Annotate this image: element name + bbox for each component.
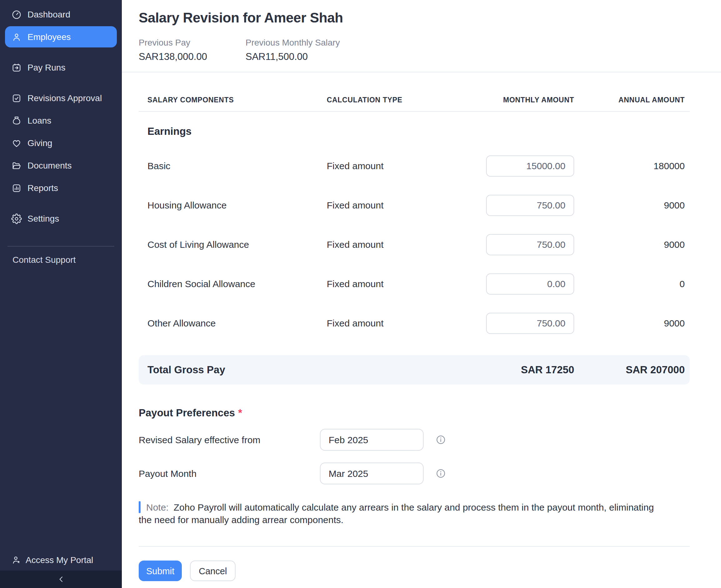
previous-pay: Previous Pay SAR138,000.00 [139, 36, 245, 64]
component-name: Other Allowance [147, 318, 327, 328]
sidebar-item-revisions-approval[interactable]: Revisions Approval [5, 87, 117, 109]
previous-salary-summary: Previous Pay SAR138,000.00 Previous Mont… [139, 36, 721, 64]
info-icon[interactable] [436, 468, 446, 479]
calculation-type: Fixed amount [327, 278, 486, 289]
sidebar-item-label: Giving [27, 138, 52, 148]
monthly-amount-input[interactable] [486, 155, 574, 176]
sidebar-divider [7, 246, 114, 247]
monthly-amount-input[interactable] [486, 234, 574, 255]
sidebar-collapse-bar[interactable] [0, 570, 122, 588]
info-icon[interactable] [436, 435, 446, 445]
sidebar-item-label: Dashboard [27, 9, 70, 19]
page-header: Salary Revision for Ameer Shah Previous … [122, 0, 721, 64]
sidebar-nav: Dashboard Employees Pay Runs Revisions A… [0, 0, 122, 229]
previous-pay-value: SAR138,000.00 [139, 50, 245, 64]
dashboard-icon [11, 9, 22, 20]
monthly-amount-input[interactable] [486, 273, 574, 294]
monthly-amount-input[interactable] [486, 312, 574, 334]
sidebar-item-label: Employees [27, 32, 71, 42]
chevron-left-icon [57, 575, 65, 584]
access-portal-icon [11, 554, 22, 565]
submit-button[interactable]: Submit [139, 561, 182, 581]
page-title: Salary Revision for Ameer Shah [139, 10, 721, 26]
sidebar-item-giving[interactable]: Giving [5, 132, 117, 153]
salary-revision-form: SALARY COMPONENTS CALCULATION TYPE MONTH… [139, 96, 690, 581]
calculation-type: Fixed amount [327, 161, 486, 171]
reports-icon [11, 183, 22, 193]
sidebar-item-documents[interactable]: Documents [5, 155, 117, 176]
annual-amount: 180000 [574, 161, 685, 171]
previous-pay-label: Previous Pay [139, 36, 245, 49]
giving-icon [11, 138, 22, 148]
annual-amount: 9000 [574, 200, 685, 210]
table-header-divider [139, 111, 690, 112]
payout-month-label: Payout Month [139, 468, 320, 479]
table-row: Children Social Allowance Fixed amount 0 [139, 264, 690, 303]
earnings-rows: Basic Fixed amount 180000 Housing Allowa… [139, 146, 690, 343]
employees-icon [11, 31, 22, 42]
sidebar-item-label: Settings [27, 213, 59, 224]
table-row: Basic Fixed amount 180000 [139, 146, 690, 185]
previous-monthly-label: Previous Monthly Salary [245, 36, 353, 49]
form-actions: Submit Cancel [139, 561, 690, 581]
sidebar-item-dashboard[interactable]: Dashboard [5, 4, 117, 25]
monthly-amount-input[interactable] [486, 194, 574, 216]
sidebar-item-label: Loans [27, 115, 51, 125]
previous-monthly-value: SAR11,500.00 [245, 50, 353, 64]
total-gross-pay-band: Total Gross Pay SAR 17250 SAR 207000 [139, 355, 690, 384]
calculation-type: Fixed amount [327, 239, 486, 250]
loans-icon [11, 115, 22, 126]
table-row: Other Allowance Fixed amount 9000 [139, 303, 690, 343]
cancel-button[interactable]: Cancel [190, 561, 236, 581]
sidebar-item-label: Pay Runs [27, 62, 65, 72]
component-name: Cost of Living Allowance [147, 239, 327, 250]
col-salary-components: SALARY COMPONENTS [147, 96, 327, 104]
note-label: Note: [146, 502, 169, 512]
note-accent-bar [139, 501, 141, 513]
table-row: Cost of Living Allowance Fixed amount 90… [139, 225, 690, 264]
access-portal-label: Access My Portal [26, 555, 93, 565]
table-row: Housing Allowance Fixed amount 9000 [139, 185, 690, 225]
main-panel: Salary Revision for Ameer Shah Previous … [122, 0, 721, 588]
annual-amount: 0 [574, 278, 685, 289]
sidebar-item-label: Documents [27, 161, 72, 170]
table-header: SALARY COMPONENTS CALCULATION TYPE MONTH… [139, 96, 690, 104]
settings-icon [11, 213, 22, 224]
component-name: Children Social Allowance [147, 278, 327, 289]
revisions-approval-icon [11, 93, 22, 103]
sidebar-item-pay-runs[interactable]: Pay Runs [5, 57, 117, 78]
arrears-note: Note:Zoho Payroll will automatically cal… [139, 501, 657, 526]
sidebar-item-employees[interactable]: Employees [5, 26, 117, 47]
note-text: Zoho Payroll will automatically calculat… [139, 502, 654, 525]
payout-month-select[interactable]: Mar 2025 [320, 463, 424, 484]
access-my-portal-link[interactable]: Access My Portal [0, 549, 122, 570]
sidebar-item-label: Reports [27, 183, 58, 193]
sidebar-item-reports[interactable]: Reports [5, 177, 117, 198]
payout-preferences-heading: Payout Preferences* [139, 407, 690, 419]
sidebar: Dashboard Employees Pay Runs Revisions A… [0, 0, 122, 588]
revised-salary-effective-from-row: Revised Salary effective from Feb 2025 [139, 429, 690, 451]
payout-preferences-title-text: Payout Preferences [139, 407, 235, 418]
sidebar-item-loans[interactable]: Loans [5, 110, 117, 131]
col-monthly-amount: MONTHLY AMOUNT [486, 96, 574, 104]
pay-runs-icon [11, 62, 22, 73]
payout-month-row: Payout Month Mar 2025 [139, 463, 690, 484]
component-name: Basic [147, 161, 327, 171]
footer-divider [139, 546, 690, 547]
documents-icon [11, 160, 22, 171]
payout-fields: Revised Salary effective from Feb 2025 P… [139, 429, 690, 484]
calculation-type: Fixed amount [327, 318, 486, 328]
total-monthly-amount: SAR 17250 [486, 364, 574, 376]
calculation-type: Fixed amount [327, 200, 486, 210]
revised-salary-effective-from-label: Revised Salary effective from [139, 435, 320, 445]
col-calculation-type: CALCULATION TYPE [327, 96, 486, 104]
app-window: Dashboard Employees Pay Runs Revisions A… [0, 0, 721, 588]
sidebar-item-label: Revisions Approval [27, 93, 102, 103]
contact-support-link[interactable]: Contact Support [0, 255, 122, 265]
sidebar-item-settings[interactable]: Settings [5, 208, 117, 229]
col-annual-amount: ANNUAL AMOUNT [574, 96, 685, 104]
component-name: Housing Allowance [147, 200, 327, 210]
previous-monthly-salary: Previous Monthly Salary SAR11,500.00 [245, 36, 353, 64]
annual-amount: 9000 [574, 318, 685, 328]
revised-salary-effective-from-select[interactable]: Feb 2025 [320, 429, 424, 451]
